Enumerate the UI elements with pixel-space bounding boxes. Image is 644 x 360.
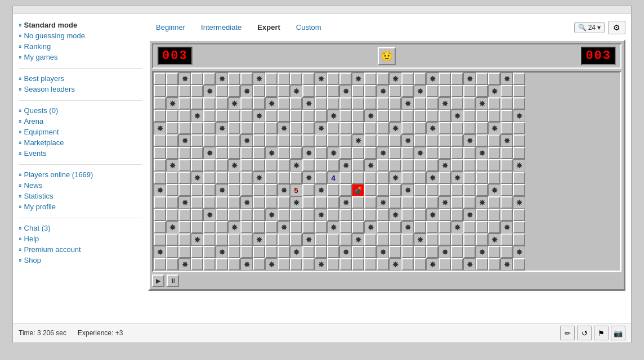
grid-cell[interactable] — [191, 258, 203, 271]
grid-cell[interactable] — [513, 233, 525, 246]
grid-cell[interactable] — [178, 110, 191, 122]
grid-cell[interactable] — [315, 196, 327, 209]
grid-cell[interactable]: ✸ — [253, 73, 265, 85]
sidebar-item-help[interactable]: » Help — [19, 233, 142, 244]
grid-cell[interactable] — [389, 196, 401, 209]
grid-cell[interactable] — [377, 159, 389, 172]
grid-cell[interactable] — [500, 196, 513, 209]
grid-cell[interactable] — [451, 159, 463, 172]
grid-cell[interactable] — [327, 258, 339, 271]
grid-cell[interactable] — [191, 221, 203, 233]
grid-cell[interactable] — [302, 73, 315, 85]
grid-cell[interactable]: ✸ — [253, 233, 265, 246]
grid-cell[interactable]: ✸ — [228, 97, 240, 110]
grid-cell[interactable] — [439, 184, 451, 196]
grid-cell[interactable]: ✸ — [513, 110, 525, 122]
sidebar-item-season-leaders[interactable]: » Season leaders — [19, 84, 142, 94]
grid-cell[interactable] — [290, 97, 302, 110]
grid-cell[interactable] — [216, 209, 228, 221]
grid-cell[interactable]: ✸ — [166, 221, 178, 233]
grid-cell[interactable] — [315, 246, 327, 258]
grid-cell[interactable]: ✸ — [253, 110, 265, 122]
grid-cell[interactable] — [426, 134, 439, 147]
grid-cell[interactable]: ✸ — [439, 97, 451, 110]
sidebar-item-best-players[interactable]: » Best players — [19, 73, 142, 84]
grid-cell[interactable] — [240, 246, 253, 258]
grid-cell[interactable] — [426, 184, 439, 196]
grid-cell[interactable] — [178, 172, 191, 184]
grid-cell[interactable] — [154, 221, 166, 233]
grid-cell[interactable] — [414, 122, 426, 134]
grid-cell[interactable]: ✸ — [389, 209, 401, 221]
grid-cell[interactable] — [339, 233, 352, 246]
grid-cell[interactable] — [154, 172, 166, 184]
grid-cell[interactable]: ✸ — [439, 246, 451, 258]
grid-cell[interactable] — [488, 209, 500, 221]
grid-cell[interactable]: ✸ — [389, 73, 401, 85]
grid-cell[interactable] — [513, 172, 525, 184]
grid-cell[interactable] — [203, 97, 216, 110]
grid-cell[interactable]: ✸ — [240, 258, 253, 271]
grid-cell[interactable] — [265, 159, 278, 172]
sidebar-item-standard-mode[interactable]: » Standard mode — [19, 20, 142, 30]
grid-cell[interactable] — [488, 246, 500, 258]
grid-cell[interactable] — [178, 159, 191, 172]
grid-cell[interactable] — [302, 184, 315, 196]
grid-cell[interactable]: ✸ — [265, 209, 278, 221]
grid-cell[interactable] — [488, 147, 500, 159]
grid-cell[interactable]: ✸ — [315, 73, 327, 85]
sidebar-item-arena[interactable]: » Arena — [19, 116, 142, 127]
grid-cell[interactable] — [500, 85, 513, 97]
grid-cell[interactable] — [216, 134, 228, 147]
grid-cell[interactable] — [488, 73, 500, 85]
grid-cell[interactable] — [178, 97, 191, 110]
grid-cell[interactable]: ✸ — [191, 172, 203, 184]
grid-cell[interactable]: 5 — [290, 184, 302, 196]
grid-cell[interactable] — [265, 246, 278, 258]
grid-cell[interactable]: ✸ — [463, 134, 476, 147]
grid-cell[interactable] — [315, 134, 327, 147]
grid-cell[interactable]: ✸ — [439, 196, 451, 209]
grid-cell[interactable] — [228, 134, 240, 147]
grid-cell[interactable] — [439, 110, 451, 122]
grid-cell[interactable] — [339, 110, 352, 122]
grid-cell[interactable] — [476, 172, 488, 184]
grid-cell[interactable] — [476, 159, 488, 172]
grid-cell[interactable] — [240, 184, 253, 196]
grid-cell[interactable]: ✸ — [451, 221, 463, 233]
grid-cell[interactable] — [426, 246, 439, 258]
grid-cell[interactable] — [253, 122, 265, 134]
grid-cell[interactable] — [178, 147, 191, 159]
grid-cell[interactable] — [426, 221, 439, 233]
grid-cell[interactable] — [377, 73, 389, 85]
grid-cell[interactable]: ✸ — [339, 196, 352, 209]
grid-cell[interactable] — [154, 196, 166, 209]
grid-cell[interactable]: ✸ — [476, 196, 488, 209]
grid-cell[interactable] — [166, 172, 178, 184]
grid-cell[interactable]: ✸ — [426, 258, 439, 271]
grid-cell[interactable] — [191, 246, 203, 258]
grid-cell[interactable] — [488, 159, 500, 172]
grid-cell[interactable] — [339, 97, 352, 110]
grid-cell[interactable] — [154, 134, 166, 147]
grid-cell[interactable]: ✸ — [488, 122, 500, 134]
grid-cell[interactable]: ✸ — [203, 85, 216, 97]
tab-custom[interactable]: Custom — [288, 20, 329, 35]
grid-cell[interactable]: ✸ — [240, 134, 253, 147]
grid-cell[interactable] — [476, 73, 488, 85]
grid-cell[interactable] — [302, 209, 315, 221]
grid-cell[interactable]: ✸ — [278, 184, 290, 196]
grid-cell[interactable] — [178, 85, 191, 97]
grid-cell[interactable] — [253, 196, 265, 209]
grid-cell[interactable] — [278, 159, 290, 172]
grid-cell[interactable] — [339, 184, 352, 196]
grid-cell[interactable] — [315, 110, 327, 122]
grid-cell[interactable] — [389, 184, 401, 196]
grid-cell[interactable] — [426, 159, 439, 172]
grid-cell[interactable] — [463, 246, 476, 258]
grid-cell[interactable] — [513, 147, 525, 159]
grid-cell[interactable] — [290, 221, 302, 233]
grid-cell[interactable] — [216, 147, 228, 159]
grid-cell[interactable]: ✸ — [401, 97, 414, 110]
grid-cell[interactable] — [389, 134, 401, 147]
